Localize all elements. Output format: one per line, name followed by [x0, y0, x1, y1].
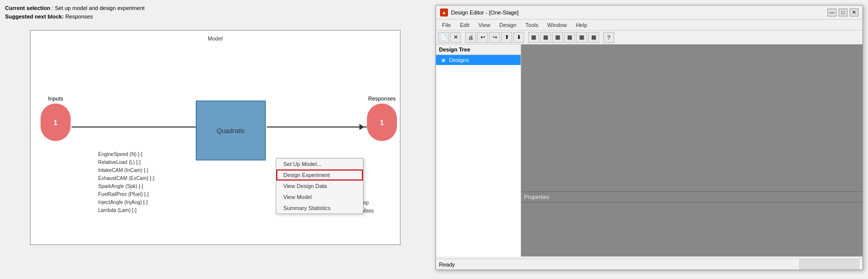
design-tree-panel: Design Tree ▦ Designs	[436, 44, 521, 256]
toolbar-btn1[interactable]: ▦	[528, 32, 539, 43]
designs-icon: ▦	[440, 56, 447, 64]
inputs-label: Inputs	[48, 96, 63, 102]
properties-header: Properties	[521, 192, 862, 202]
suggested-next-line: Suggested next block: Responses	[5, 12, 145, 21]
quadratic-label: Quadratic	[217, 127, 245, 134]
title-bar: ▲ Design Editor - [One-Stage] — □ ✕	[436, 6, 862, 20]
title-bar-controls: — □ ✕	[827, 8, 858, 16]
context-menu: Set Up Model... Design Experiment View D…	[276, 158, 363, 214]
close-button[interactable]: ✕	[849, 8, 858, 16]
arrow-right	[267, 126, 367, 128]
model-box[interactable]: Quadratic	[196, 100, 266, 160]
responses-label: Responses	[368, 96, 395, 102]
toolbar-print-button[interactable]: 🖨	[465, 32, 476, 43]
right-panel: ▲ Design Editor - [One-Stage] — □ ✕ File…	[430, 0, 868, 279]
app-icon: ▲	[440, 8, 448, 16]
toolbar-btn2[interactable]: ▦	[540, 32, 551, 43]
current-selection-label: Current selection	[5, 5, 50, 11]
toolbar-btn5[interactable]: ▦	[576, 32, 587, 43]
responses-count: 1	[380, 118, 384, 126]
menu-bar: File Edit View Design Tools Window Help	[436, 20, 862, 30]
toolbar-btn6[interactable]: ▦	[588, 32, 599, 43]
window-title: Design Editor - [One-Stage]	[451, 10, 824, 16]
list-item: FuelRailPres (Pfuel) [-]	[98, 190, 154, 198]
main-content: Design Tree ▦ Designs Properties	[436, 44, 862, 256]
context-menu-view-model[interactable]: View Model	[276, 192, 363, 202]
context-menu-design-experiment[interactable]: Design Experiment	[276, 170, 363, 180]
menu-tools[interactable]: Tools	[522, 21, 543, 29]
menu-file[interactable]: File	[438, 21, 455, 29]
left-panel: Current selection : Set up model and des…	[0, 0, 430, 279]
status-text: Ready	[439, 262, 799, 268]
list-item: Lambda (Lam) [-]	[98, 206, 154, 214]
context-menu-summary-statistics[interactable]: Summary Statistics	[276, 202, 363, 214]
responses-oval: 1	[367, 104, 397, 141]
toolbar-up-button[interactable]: ⬆	[501, 32, 512, 43]
toolbar-redo-button[interactable]: ↪	[489, 32, 500, 43]
suggested-next-label: Suggested next block:	[5, 14, 64, 20]
inputs-node: Inputs 1	[41, 96, 71, 141]
app-icon-symbol: ▲	[442, 10, 447, 15]
menu-view[interactable]: View	[475, 21, 495, 29]
top-info: Current selection : Set up model and des…	[5, 4, 145, 20]
current-selection-line: Current selection : Set up model and des…	[5, 4, 145, 12]
inputs-count: 1	[54, 118, 58, 126]
designs-label: Designs	[449, 57, 469, 63]
toolbar: 📄 ✕ 🖨 ↩ ↪ ⬆ ⬇ ▦ ▦ ▦ ▦ ▦ ▦ ?	[436, 30, 862, 44]
status-bar: Ready	[436, 258, 862, 270]
menu-help[interactable]: Help	[572, 21, 591, 29]
design-tree-item-designs[interactable]: ▦ Designs	[436, 55, 521, 65]
properties-panel: Properties	[521, 192, 862, 256]
toolbar-btn4[interactable]: ▦	[564, 32, 575, 43]
minimize-button[interactable]: —	[827, 8, 836, 16]
list-item: RelativeLoad (L) [-]	[98, 158, 154, 166]
list-item: ExhaustCAM (ExCam) [-]	[98, 174, 154, 182]
responses-node: Responses 1	[367, 96, 397, 141]
diagram-area: Model Inputs 1 Quadratic Responses 1 Eng…	[30, 30, 400, 245]
toolbar-new-button[interactable]: 📄	[438, 32, 449, 43]
menu-window[interactable]: Window	[543, 21, 571, 29]
toolbar-undo-button[interactable]: ↩	[477, 32, 488, 43]
context-menu-view-design-data[interactable]: View Design Data	[276, 180, 363, 192]
design-tree-header: Design Tree	[436, 44, 521, 55]
status-right	[799, 259, 859, 270]
inputs-oval: 1	[41, 104, 71, 141]
window-frame: ▲ Design Editor - [One-Stage] — □ ✕ File…	[436, 5, 863, 270]
list-item: IntakeCAM (InCam) [-]	[98, 166, 154, 174]
maximize-button[interactable]: □	[838, 8, 847, 16]
right-content-area: Properties	[521, 44, 862, 256]
model-label: Model	[208, 36, 223, 42]
toolbar-btn3[interactable]: ▦	[552, 32, 563, 43]
list-item: InjectAngle (InjAng) [-]	[98, 198, 154, 206]
toolbar-down-button[interactable]: ⬇	[513, 32, 524, 43]
menu-edit[interactable]: Edit	[456, 21, 474, 29]
toolbar-help-button[interactable]: ?	[603, 32, 614, 43]
toolbar-close-button[interactable]: ✕	[450, 32, 461, 43]
list-item: SparkAngle (Spk) [-]	[98, 182, 154, 190]
current-selection-value: : Set up model and design experiment	[52, 5, 145, 11]
input-vars: EngineSpeed (N) [-] RelativeLoad (L) [-]…	[98, 150, 154, 214]
menu-design[interactable]: Design	[495, 21, 520, 29]
list-item: EngineSpeed (N) [-]	[98, 150, 154, 158]
suggested-next-value: Responses	[65, 14, 93, 20]
context-menu-set-up-model[interactable]: Set Up Model...	[276, 158, 363, 170]
